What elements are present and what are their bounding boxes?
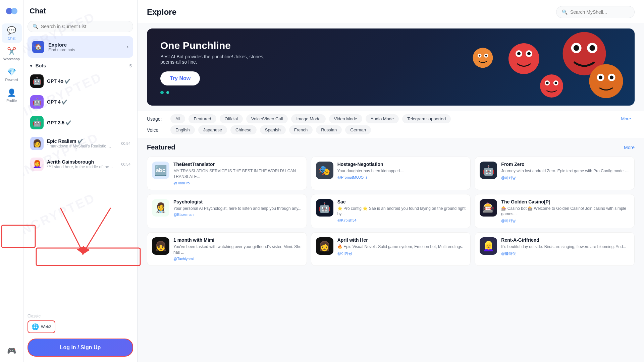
bot-card-info-psychologist: Psychologist Your personal AI Psychologi… [173,199,302,224]
web3-button[interactable]: 🌐 Web3 [28,320,55,333]
web3-label: Web3 [41,324,51,329]
main-area: Explore 🔍 One Punchline Best AI Bot prov… [138,0,644,362]
bot-card-name-rent-girlfriend: Rent-A-Girlfriend [501,237,630,243]
explore-text: Explore Find more bots [48,42,75,52]
voice-filter-label: Voice: [147,127,167,133]
bot-item-aerith[interactable]: 👩‍🦰 Aerith Gainsborough ***I stand here,… [28,154,133,174]
chat-bottom: Classic 🌐 Web3 Log in / Sign Up [28,310,133,357]
chat-search-box[interactable]: 🔍 [28,21,133,32]
hero-desc: Best AI Bot provides the punchline! Joke… [160,54,268,65]
bot-card-psychologist[interactable]: 👩‍⚕️ Psychologist Your personal AI Psych… [147,194,307,229]
bot-card-hostage[interactable]: 🎭 Hostage-Negotiation Your daughter has … [311,157,471,190]
bot-item-gpt35[interactable]: 🤖 GPT 3.5 ✔️ [28,113,133,133]
bot-card-golden-casino[interactable]: 🎰 The Golden Casino[P] 🎰 Casino bot 🎰 We… [475,194,635,229]
filter-more-button[interactable]: More... [621,116,635,121]
bot-name-gpt4o: GPT 4o [47,78,63,84]
filter-chip-french[interactable]: French [289,125,313,134]
global-search[interactable]: 🔍 [556,6,635,18]
search-icon: 🔍 [33,24,38,29]
bot-card-avatar-rent-girlfriend: 👱‍♀️ [480,237,497,255]
bot-info-aerith: Aerith Gainsborough ***I stand here, in … [47,159,118,169]
sidebar-item-reward[interactable]: 💎 Reward [2,65,22,84]
filter-chip-voice-video[interactable]: Voice/Video Call [246,114,288,123]
bot-card-rent-girlfriend[interactable]: 👱‍♀️ Rent-A-Girlfriend It's beutiful day… [475,232,635,266]
bot-card-sae[interactable]: 🤖 Sae ⭐ Pro config ⭐ Sae is an android y… [311,194,471,229]
filter-chip-english[interactable]: English [170,125,195,134]
bot-card-author-mimi: @Tachiyomi [173,257,302,261]
explore-sub: Find more bots [48,48,75,52]
bot-card-author-psychologist: @Blazeman [173,213,302,217]
verified-icon-gpt4o: ✔️ [65,79,70,84]
filter-chip-audio-mode[interactable]: Audio Mode [366,114,399,123]
bot-card-avatar-hostage: 🎭 [316,162,333,179]
bot-item-gpt4o[interactable]: 🤖 GPT 4o ✔️ [28,71,133,91]
classic-label: Classic [28,314,41,318]
bot-name-gpt35: GPT 3.5 [47,120,64,125]
bot-card-april[interactable]: 👩 April with Her 🔥 Epic Visual Novel : S… [311,232,471,266]
explore-item[interactable]: 🏠 Explore Find more bots › [28,36,133,58]
bot-card-info-hostage: Hostage-Negotiation Your daughter has be… [337,162,466,185]
main-title: Explore [147,7,176,17]
bots-label: Bots [36,63,46,68]
bot-name-gpt4: GPT 4 [47,99,60,105]
chat-icon: 💬 [7,26,16,35]
bot-card-from-zero[interactable]: 🤖 From Zero Journey with lost android Ze… [475,157,635,190]
sidebar-item-reward-label: Reward [5,78,18,82]
filter-chip-all[interactable]: All [170,114,185,123]
bot-avatar-epic: 👩 [30,137,44,150]
bot-card-author-translator: @ToolPro [173,181,302,185]
filter-chip-chinese[interactable]: Chinese [230,125,257,134]
hero-try-now-button[interactable]: Try Now [160,71,200,85]
bot-card-best-translator[interactable]: 🔤 TheBestTranslator MY TRANSLATION SERVI… [147,157,307,190]
bot-item-gpt4[interactable]: 🤖 GPT 4 ✔️ [28,92,133,112]
explore-icon: 🏠 [32,41,44,53]
bot-info-gpt4o: GPT 4o ✔️ [47,78,130,84]
bots-count: 5 [129,63,132,68]
bot-card-avatar-psychologist: 👩‍⚕️ [152,199,169,217]
chat-search-input[interactable] [41,24,128,29]
explore-name: Explore [48,42,75,48]
bot-preview-epic: ``markdown # MyShell's Realistic Magi... [47,144,114,148]
sidebar-item-chat[interactable]: 💬 Chat [2,23,22,43]
filter-chip-featured[interactable]: Featured [189,114,216,123]
classic-section: Classic 🌐 Web3 [28,314,133,333]
bot-card-desc-sae: ⭐ Pro config ⭐ Sae is an android you fou… [337,206,466,217]
login-button[interactable]: Log in / Sign Up [28,339,133,357]
bot-name-row-gpt35: GPT 3.5 ✔️ [47,120,130,125]
bot-name-aerith: Aerith Gainsborough [47,159,94,165]
svg-point-6 [508,43,539,74]
svg-point-15 [589,45,595,51]
verified-icon-epic: ✔️ [77,139,83,144]
featured-more-button[interactable]: More [624,145,635,150]
bot-card-info-sae: Sae ⭐ Pro config ⭐ Sae is an android you… [337,199,466,224]
filter-chip-official[interactable]: Official [220,114,243,123]
featured-header: Featured More [147,143,635,151]
filter-chip-video-mode[interactable]: Video Mode [329,114,362,123]
filter-chip-image-mode[interactable]: Image Mode [291,114,325,123]
bot-card-author-from-zero: @이카낭 [501,175,630,180]
filter-chip-russian[interactable]: Russian [316,125,342,134]
filter-chip-spanish[interactable]: Spanish [260,125,286,134]
sidebar-item-discord[interactable]: 🎮 [2,344,22,358]
bot-card-desc-rent-girlfriend: It's beutiful day outside. Birds are sin… [501,244,630,250]
bots-collapse-icon[interactable]: ▼ [29,63,34,68]
bot-item-epic[interactable]: 👩 Epic Realism ✔️ ``markdown # MyShell's… [28,133,133,154]
global-search-input[interactable] [570,9,629,15]
sidebar-item-profile[interactable]: 👤 Profile [2,86,22,105]
globe-icon: 🌐 [32,323,39,330]
bots-section-label: ▼ Bots [29,63,46,68]
voice-filter-row: Voice: English Japanese Chinese Spanish … [147,125,635,134]
sidebar-item-workshop[interactable]: ✂️ Workshop [2,44,22,64]
explore-item-left: 🏠 Explore Find more bots [32,41,75,53]
bot-card-avatar-mimi: 👧 [152,237,169,255]
filter-chip-telegram[interactable]: Telegram supported [402,114,451,123]
verified-icon-gpt4: ✔️ [62,100,67,105]
bot-card-name-golden-casino: The Golden Casino[P] [501,199,630,204]
emoji-ball-3 [588,63,625,106]
bot-card-mimi[interactable]: 👧 1 month with Mimi You've been tasked w… [147,232,307,266]
bot-card-desc-psychologist: Your personal AI Psychologist, here to l… [173,206,302,212]
bot-card-author-hostage: @PromptMOJO ;) [337,175,466,179]
bot-card-avatar-from-zero: 🤖 [480,162,497,179]
filter-chip-german[interactable]: German [345,125,371,134]
filter-chip-japanese[interactable]: Japanese [198,125,227,134]
